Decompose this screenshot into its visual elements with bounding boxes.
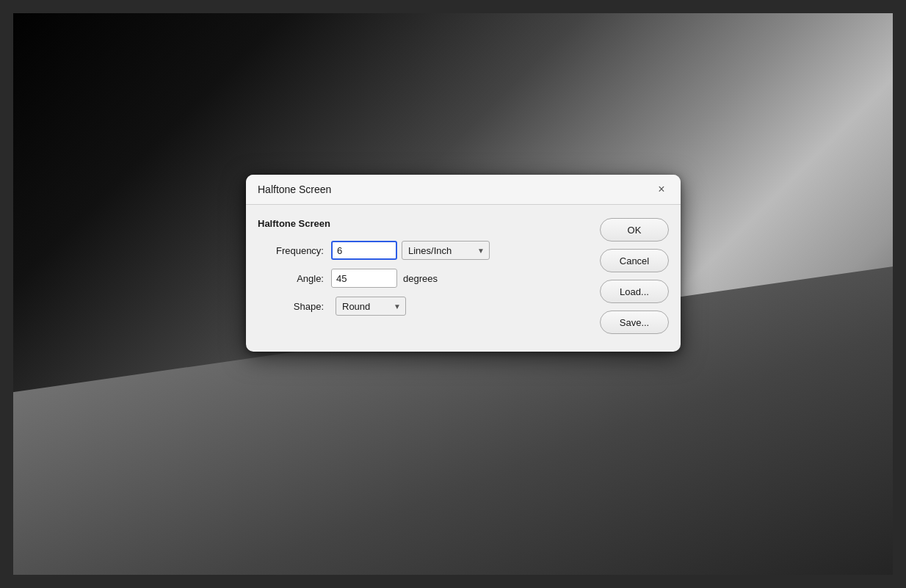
- frequency-unit-wrap: Lines/Inch Lines/Centimeter ▼: [402, 241, 490, 260]
- angle-unit: degrees: [403, 273, 438, 284]
- angle-label: Angle:: [258, 273, 324, 284]
- angle-input[interactable]: [331, 269, 397, 288]
- angle-row: Angle: degrees: [258, 269, 585, 288]
- load-button[interactable]: Load...: [600, 280, 669, 303]
- shape-select-wrap: Round Diamond Ellipse Line Square Cross …: [336, 297, 406, 316]
- cancel-button[interactable]: Cancel: [600, 249, 669, 272]
- frequency-input[interactable]: [331, 241, 397, 260]
- dialog-title: Halftone Screen: [258, 184, 331, 195]
- ok-button[interactable]: OK: [600, 218, 669, 242]
- dialog-titlebar: Halftone Screen ×: [246, 175, 681, 205]
- frequency-unit-select[interactable]: Lines/Inch Lines/Centimeter: [402, 241, 490, 260]
- frequency-row: Frequency: Lines/Inch Lines/Centimeter ▼: [258, 241, 585, 260]
- dialog-close-button[interactable]: ×: [654, 182, 669, 197]
- dialog-body: Halftone Screen Frequency: Lines/Inch Li…: [246, 205, 681, 352]
- dialog-buttons: OK Cancel Load... Save...: [600, 218, 669, 334]
- halftone-screen-dialog: Halftone Screen × Halftone Screen Freque…: [246, 175, 681, 352]
- shape-select[interactable]: Round Diamond Ellipse Line Square Cross: [336, 297, 406, 316]
- save-button[interactable]: Save...: [600, 311, 669, 334]
- frequency-label: Frequency:: [258, 245, 324, 256]
- shape-row: Shape: Round Diamond Ellipse Line Square…: [258, 297, 585, 316]
- dialog-backdrop: Halftone Screen × Halftone Screen Freque…: [0, 0, 906, 588]
- dialog-form: Halftone Screen Frequency: Lines/Inch Li…: [258, 218, 585, 334]
- shape-label: Shape:: [258, 301, 324, 312]
- section-title: Halftone Screen: [258, 218, 585, 229]
